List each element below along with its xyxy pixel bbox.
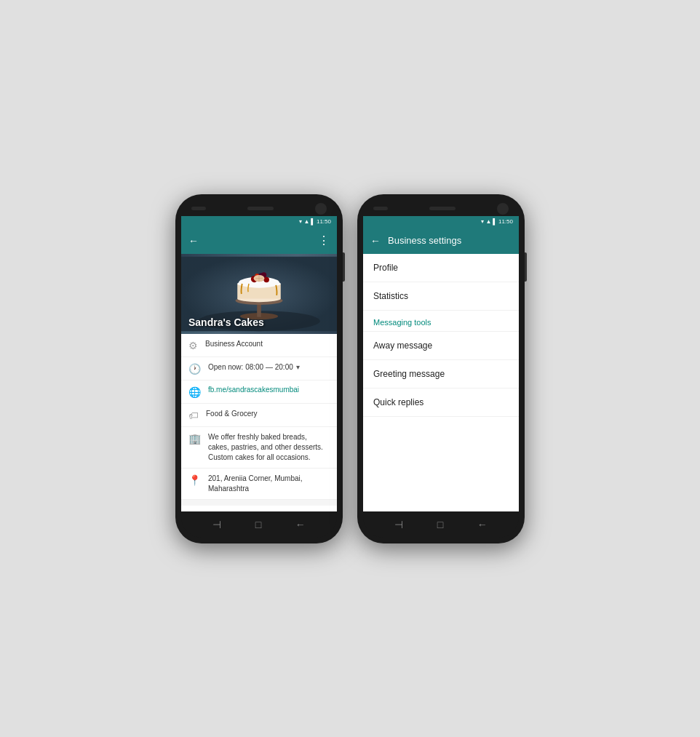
battery-icon-right: ▌	[493, 218, 497, 225]
business-account-item: ⚙ Business Account	[181, 334, 337, 357]
time-right: 11:50	[498, 218, 513, 225]
clock-icon: 🕐	[188, 363, 201, 375]
home-button-right[interactable]: □	[437, 519, 443, 530]
settings-section-messaging: Messaging tools	[363, 311, 519, 332]
chevron-down-icon: ▾	[296, 363, 300, 371]
left-bottom-nav: ⊣ □ ←	[181, 511, 337, 538]
left-phone: ▾ ▲ ▌ 11:50 ← ⋮	[175, 194, 343, 543]
store-icon: 🏢	[188, 433, 201, 445]
business-name: Sandra's Cakes	[188, 316, 264, 328]
location-icon: 📍	[188, 474, 201, 486]
settings-header: ← Business settings	[363, 228, 519, 254]
left-app-header: ← ⋮	[181, 228, 337, 254]
right-phone: ▾ ▲ ▌ 11:50 ← Business settings Profile …	[357, 194, 525, 543]
description-item: 🏢 We offer freshly baked breads, cakes, …	[181, 427, 337, 469]
recent-apps-button[interactable]: ⊣	[212, 519, 221, 530]
hours-text: Open now: 08:00 — 20:00	[208, 362, 293, 373]
website-link[interactable]: fb.me/sandrascakesmumbai	[208, 386, 299, 394]
section-divider	[181, 500, 337, 506]
phone-number-section: Phone number +91 55512 34567 Mobile 💬 📞 …	[181, 506, 337, 511]
settings-item-greeting-message[interactable]: Greeting message	[363, 360, 519, 389]
business-account-text: Business Account	[205, 339, 263, 349]
battery-icon: ▌	[311, 218, 315, 225]
right-bottom-nav: ⊣ □ ←	[363, 511, 519, 538]
wifi-icon-right: ▾	[481, 218, 484, 225]
settings-content: Profile Statistics Messaging tools Away …	[363, 254, 519, 511]
home-button[interactable]: □	[255, 519, 261, 530]
hero-image: Sandra's Cakes	[181, 254, 337, 334]
time-left: 11:50	[317, 218, 331, 225]
signal-icon-right: ▲	[485, 218, 491, 225]
settings-item-profile[interactable]: Profile	[363, 254, 519, 282]
back-nav-button-right[interactable]: ←	[477, 519, 488, 530]
left-status-bar: ▾ ▲ ▌ 11:50	[181, 216, 337, 228]
signal-icon: ▲	[303, 218, 309, 225]
settings-item-statistics[interactable]: Statistics	[363, 282, 519, 311]
hours-item[interactable]: 🕐 Open now: 08:00 — 20:00 ▾	[181, 357, 337, 381]
more-menu-button[interactable]: ⋮	[318, 234, 330, 247]
settings-item-away-message[interactable]: Away message	[363, 332, 519, 360]
back-button-left[interactable]: ←	[188, 235, 199, 247]
category-item: 🏷 Food & Grocery	[181, 404, 337, 427]
svg-point-12	[264, 276, 269, 282]
globe-icon: 🌐	[188, 386, 201, 398]
back-nav-button[interactable]: ←	[295, 519, 306, 530]
wifi-icon: ▾	[299, 218, 302, 225]
category-text: Food & Grocery	[206, 409, 258, 419]
profile-content: ⚙ Business Account 🕐 Open now: 08:00 — 2…	[181, 334, 337, 511]
address-text: 201, Areniia Corner, Mumbai, Maharashtra	[208, 474, 330, 494]
settings-item-quick-replies[interactable]: Quick replies	[363, 389, 519, 417]
right-status-bar: ▾ ▲ ▌ 11:50	[363, 216, 519, 228]
description-text: We offer freshly baked breads, cakes, pa…	[208, 432, 330, 463]
tag-icon: 🏷	[188, 410, 199, 421]
back-button-right[interactable]: ←	[370, 235, 381, 247]
website-item[interactable]: 🌐 fb.me/sandrascakesmumbai	[181, 381, 337, 404]
address-item: 📍 201, Areniia Corner, Mumbai, Maharasht…	[181, 469, 337, 500]
badge-icon: ⚙	[188, 340, 198, 351]
recent-apps-button-right[interactable]: ⊣	[394, 519, 403, 530]
settings-title: Business settings	[388, 235, 461, 246]
